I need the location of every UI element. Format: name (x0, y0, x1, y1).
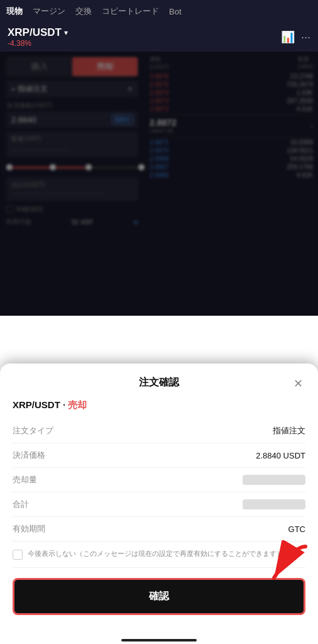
nav-item-margin[interactable]: マージン (33, 6, 65, 17)
confirm-btn-wrapper: 確認 (13, 578, 305, 615)
home-bar (121, 639, 197, 641)
modal-title: 注文確認 (139, 376, 179, 389)
modal-pair-row: XRP/USDT · 売却 (13, 399, 305, 411)
modal-value-order-type: 指値注文 (273, 425, 305, 436)
nav-item-exchange[interactable]: 交換 (75, 6, 92, 17)
modal-row-sell-qty: 売却量 (13, 468, 305, 492)
modal-label-total: 合計 (13, 499, 29, 510)
chart-icon[interactable]: 📊 (281, 30, 295, 44)
confirm-button[interactable]: 確認 (13, 578, 305, 615)
order-confirm-modal: 注文確認 ✕ XRP/USDT · 売却 注文タイプ 指値注文 決済価格 2.8… (0, 364, 318, 634)
trading-area: 購入 売却 ● 指値注文 ▼ 決済価格(USDT) 2.8840 BBO 数量(… (0, 52, 318, 316)
modal-value-price: 2.8840 USDT (256, 451, 305, 460)
modal-checkbox-label: 今後表示しない（このメッセージは現在の設定で再度有効にすることができます）。 (28, 549, 290, 558)
modal-row-validity: 有効期間 GTC (13, 517, 305, 541)
modal-pair-side: 売却 (68, 399, 87, 410)
modal-overlay (0, 52, 318, 316)
modal-value-sell-qty (243, 475, 305, 485)
modal-header: 注文確認 ✕ (13, 376, 305, 389)
nav-item-bot[interactable]: Bot (169, 7, 182, 16)
modal-label-price: 決済価格 (13, 450, 45, 461)
ticker-dropdown-icon[interactable]: ▾ (64, 28, 68, 37)
ticker-row: XRP/USDT ▾ -4.38% 📊 ··· (0, 23, 318, 52)
modal-row-order-type: 注文タイプ 指値注文 (13, 419, 305, 443)
ticker-pair[interactable]: XRP/USDT (8, 26, 62, 39)
modal-dont-show-checkbox[interactable] (13, 550, 23, 560)
modal-row-total: 合計 (13, 492, 305, 517)
home-indicator (0, 634, 318, 644)
ticker-left: XRP/USDT ▾ -4.38% (8, 26, 68, 48)
nav-item-spot[interactable]: 現物 (6, 6, 23, 17)
nav-item-copytrade[interactable]: コピートレード (102, 6, 159, 17)
modal-value-validity: GTC (288, 525, 305, 534)
modal-label-validity: 有効期間 (13, 523, 45, 535)
modal-label-order-type: 注文タイプ (13, 425, 53, 436)
ticker-actions: 📊 ··· (281, 30, 310, 44)
modal-wrapper: 注文確認 ✕ XRP/USDT · 売却 注文タイプ 指値注文 決済価格 2.8… (0, 364, 318, 644)
ticker-change: -4.38% (8, 39, 68, 48)
modal-checkbox-row: 今後表示しない（このメッセージは現在の設定で再度有効にすることができます）。 (13, 541, 305, 568)
modal-row-price: 決済価格 2.8840 USDT (13, 443, 305, 468)
more-icon[interactable]: ··· (301, 31, 310, 44)
modal-value-total (243, 499, 305, 509)
modal-pair-text: XRP/USDT · 売却 (13, 399, 87, 410)
modal-pair-name: XRP/USDT (13, 399, 60, 410)
modal-close-button[interactable]: ✕ (290, 376, 305, 391)
modal-label-sell-qty: 売却量 (13, 474, 37, 486)
top-navigation: 現物 マージン 交換 コピートレード Bot (0, 0, 318, 23)
